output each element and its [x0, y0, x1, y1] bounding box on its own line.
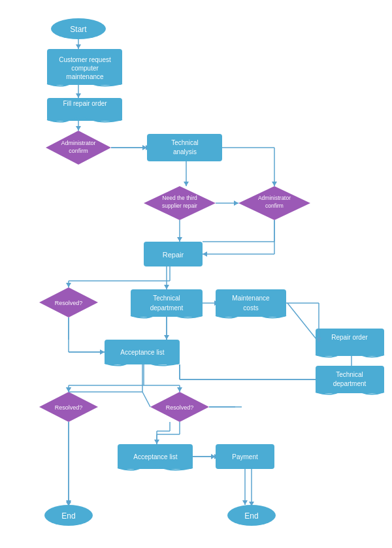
- svg-text:department: department: [150, 304, 184, 312]
- svg-text:Administrator: Administrator: [61, 140, 95, 146]
- svg-marker-34: [76, 93, 81, 98]
- svg-text:Administrator: Administrator: [258, 195, 291, 201]
- svg-text:Resolved?: Resolved?: [55, 404, 83, 411]
- svg-text:Repair: Repair: [163, 251, 184, 259]
- svg-text:Resolved?: Resolved?: [166, 404, 194, 411]
- svg-rect-72: [131, 289, 203, 317]
- svg-text:Fill repair order: Fill repair order: [63, 100, 107, 107]
- svg-text:Acceptance list: Acceptance list: [120, 349, 164, 356]
- svg-text:End: End: [244, 511, 258, 521]
- svg-marker-99: [203, 251, 207, 257]
- svg-text:Acceptance list: Acceptance list: [133, 453, 177, 460]
- svg-text:maintenance: maintenance: [66, 73, 104, 80]
- svg-text:computer: computer: [71, 65, 99, 72]
- svg-marker-45: [234, 201, 238, 206]
- svg-marker-36: [184, 182, 189, 186]
- svg-text:Technical: Technical: [336, 371, 363, 378]
- svg-text:Payment: Payment: [232, 453, 258, 460]
- svg-text:supplier repair: supplier repair: [162, 202, 197, 209]
- svg-marker-38: [66, 283, 71, 287]
- svg-text:confirm: confirm: [265, 202, 284, 209]
- svg-text:analysis: analysis: [173, 148, 197, 155]
- svg-text:Resolved?: Resolved?: [55, 300, 83, 306]
- svg-text:Start: Start: [70, 25, 87, 34]
- svg-marker-33: [76, 44, 81, 49]
- svg-marker-120: [154, 440, 159, 444]
- svg-marker-39: [164, 285, 169, 289]
- svg-text:department: department: [333, 380, 367, 387]
- svg-text:Technical: Technical: [171, 139, 199, 146]
- svg-text:confirm: confirm: [69, 148, 88, 154]
- svg-line-113: [142, 392, 150, 407]
- svg-marker-35: [76, 126, 81, 131]
- flowchart: Start Customer request computer maintena…: [0, 0, 392, 548]
- svg-text:Need the third: Need the third: [162, 195, 197, 201]
- svg-text:Technical: Technical: [153, 295, 180, 302]
- svg-rect-59: [147, 134, 222, 161]
- svg-text:End: End: [61, 511, 75, 521]
- svg-text:Repair order: Repair order: [331, 334, 368, 341]
- svg-marker-129: [272, 182, 277, 186]
- svg-marker-110: [100, 349, 105, 355]
- svg-line-14: [287, 303, 319, 342]
- svg-text:Maintenance: Maintenance: [232, 295, 270, 302]
- svg-marker-114: [66, 387, 71, 392]
- svg-marker-41: [177, 387, 182, 392]
- svg-text:costs: costs: [243, 304, 258, 312]
- svg-text:Customer request: Customer request: [59, 56, 111, 63]
- svg-marker-124: [242, 500, 248, 505]
- svg-marker-37: [177, 237, 182, 242]
- svg-marker-107: [164, 335, 169, 340]
